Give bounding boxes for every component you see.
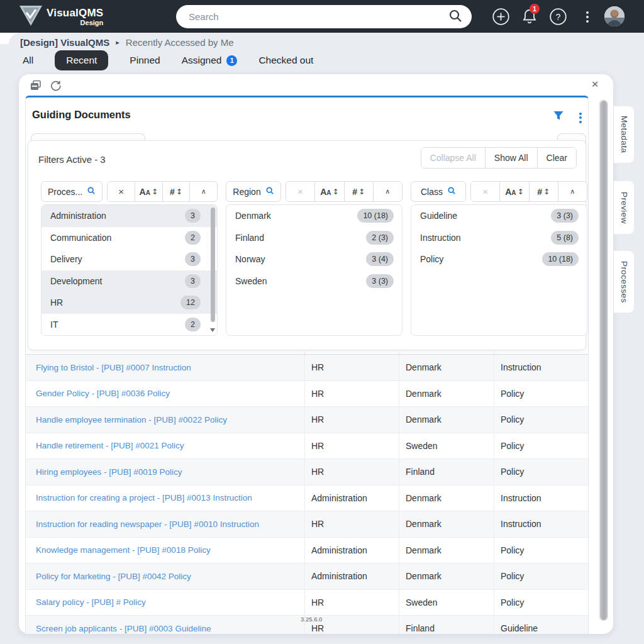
show-all-button[interactable]: Show All (486, 148, 538, 168)
table-row: Instruction for creating a project - [PU… (26, 486, 588, 512)
filter-item[interactable]: Administration 3 (42, 205, 217, 227)
filter-item[interactable]: Sweden 3 (3) (226, 270, 402, 292)
filter-item[interactable]: Instruction 5 (8) (411, 227, 587, 249)
filter-item-label: Development (50, 276, 103, 286)
process-cell: HR (304, 381, 399, 407)
alpha-sort-button[interactable]: Aa↕ (500, 182, 529, 201)
filter-item[interactable]: Denmark 10 (18) (226, 205, 402, 227)
close-icon[interactable]: × (589, 79, 601, 90)
class-cell: Guideline (494, 616, 588, 634)
document-link[interactable]: Policy for Marketing - [PUB] #0042 Polic… (36, 572, 191, 581)
tab-all[interactable]: All (23, 51, 33, 70)
document-link[interactable]: Instruction for reading newspaper - [PUB… (36, 519, 259, 529)
filter-item-label: Policy (420, 254, 443, 264)
filter-funnel-icon[interactable] (553, 110, 565, 123)
scrollbar-thumb[interactable] (600, 101, 608, 620)
document-name-cell: Screen job applicants - [PUB] #0003 Guid… (26, 616, 304, 634)
add-button[interactable] (492, 8, 509, 25)
filter-name-button[interactable]: Class (411, 181, 466, 202)
refresh-icon[interactable] (50, 80, 62, 91)
clear-filter-button[interactable]: × (108, 182, 135, 201)
filter-sort-group: × Aa↕ #↕ ∧ (470, 181, 587, 202)
overflow-menu-button[interactable] (579, 8, 596, 26)
scroll-down-arrow-icon[interactable] (210, 328, 215, 332)
filter-item-label: Delivery (50, 254, 82, 264)
table-row: Gender Policy - [PUB] #0036 Policy HR De… (26, 381, 588, 408)
region-cell: Denmark (399, 355, 494, 380)
filter-item-count: 3 (3) (366, 274, 394, 288)
filter-item[interactable]: Guideline 3 (3) (411, 205, 587, 227)
list-scrollbar[interactable] (211, 208, 215, 322)
document-link[interactable]: Handle employee termination - [PUB] #002… (36, 415, 227, 425)
tab-label: All (23, 55, 33, 66)
tab-recent[interactable]: Recent (55, 50, 108, 70)
document-link[interactable]: Hiring employees - [PUB] #0019 Policy (36, 467, 182, 477)
detach-window-icon[interactable] (30, 80, 42, 91)
filter-item[interactable]: Development 3 (42, 270, 217, 292)
count-sort-button[interactable]: #↕ (345, 182, 374, 201)
card-menu-icon[interactable] (579, 111, 582, 125)
count-sort-button[interactable]: #↕ (163, 182, 191, 201)
search-bar[interactable] (176, 5, 472, 28)
tab-assigned[interactable]: Assigned 1 (182, 51, 238, 70)
search-input[interactable] (189, 11, 448, 22)
filter-item[interactable]: Delivery 3 (42, 248, 217, 270)
region-cell: Finland (399, 616, 494, 634)
clear-button[interactable]: Clear (538, 148, 576, 168)
region-cell: Denmark (399, 564, 494, 589)
filter-item[interactable]: Policy 10 (18) (411, 248, 587, 270)
filter-item[interactable]: HR 12 (42, 292, 217, 314)
filter-groups: Proces... × Aa↕ #↕ ∧ Administration 3 Co… (41, 181, 587, 336)
updown-arrow-icon: ↕ (358, 187, 365, 196)
filter-item[interactable]: Communication 2 (42, 227, 217, 249)
tab-pinned[interactable]: Pinned (130, 51, 160, 70)
document-link[interactable]: Handle retirement - [PUB] #0021 Policy (36, 441, 184, 450)
filter-name-button[interactable]: Region (226, 181, 281, 202)
card-title: Guiding Documents (32, 109, 131, 121)
class-cell: Policy (494, 407, 588, 433)
updown-arrow-icon: ↕ (152, 187, 158, 196)
class-cell: Policy (494, 564, 588, 589)
filter-item-count: 3 (4) (366, 252, 394, 266)
help-button[interactable]: ? (549, 8, 567, 25)
notifications-button[interactable]: 1 (521, 8, 538, 25)
side-tab-preview[interactable]: Preview (614, 180, 635, 235)
class-cell: Policy (494, 538, 588, 564)
document-link[interactable]: Gender Policy - [PUB] #0036 Policy (36, 389, 170, 398)
avatar[interactable] (604, 6, 625, 26)
document-link[interactable]: Salary policy - [PUB] # Policy (36, 597, 146, 607)
vertical-scrollbar[interactable] (599, 99, 608, 621)
side-tab-processes[interactable]: Processes (614, 250, 635, 313)
clear-filter-button[interactable]: × (286, 182, 315, 201)
filter-item-label: Instruction (420, 233, 461, 243)
alpha-sort-button[interactable]: Aa↕ (315, 182, 344, 201)
collapse-all-button[interactable]: Collapse All (421, 148, 486, 168)
clear-filter-button[interactable]: × (471, 182, 500, 201)
chevron-up-icon: ∧ (570, 187, 575, 196)
app-logo[interactable]: VisualQMS Design (19, 5, 103, 29)
collapse-group-button[interactable]: ∧ (374, 182, 402, 201)
alpha-sort-icon: Aa (505, 187, 516, 197)
filter-item[interactable]: Norway 3 (4) (226, 248, 402, 270)
filter-name-button[interactable]: Proces... (41, 181, 103, 202)
document-link[interactable]: Screen job applicants - [PUB] #0003 Guid… (36, 624, 211, 633)
filter-sort-group: × Aa↕ #↕ ∧ (107, 181, 218, 202)
table-row: Salary policy - [PUB] # Policy HR Sweden… (26, 590, 588, 616)
region-cell: Denmark (399, 381, 494, 407)
tab-checked-out[interactable]: Checked out (258, 51, 313, 70)
document-link[interactable]: Instruction for creating a project - [PU… (36, 493, 252, 502)
count-sort-button[interactable]: #↕ (530, 182, 558, 201)
search-icon[interactable] (448, 8, 463, 26)
document-link[interactable]: Flying to Bristol - [PUB] #0007 Instruct… (36, 363, 191, 372)
filter-item[interactable]: Finland 2 (3) (226, 227, 402, 249)
filters-panel: Filters Active - 3 Collapse All Show All… (28, 140, 586, 350)
collapse-group-button[interactable]: ∧ (190, 182, 217, 201)
alpha-sort-button[interactable]: Aa↕ (135, 182, 163, 201)
side-tab-metadata[interactable]: Metadata (614, 106, 635, 164)
updown-arrow-icon: ↕ (176, 187, 182, 196)
filter-item[interactable]: IT 2 (42, 314, 217, 336)
document-link[interactable]: Knowledge management - [PUB] #0018 Polic… (36, 545, 211, 555)
filter-item-label: Denmark (235, 211, 271, 221)
breadcrumb-root[interactable]: [Design] VisualQMS (20, 37, 109, 48)
collapse-group-button[interactable]: ∧ (558, 182, 587, 201)
